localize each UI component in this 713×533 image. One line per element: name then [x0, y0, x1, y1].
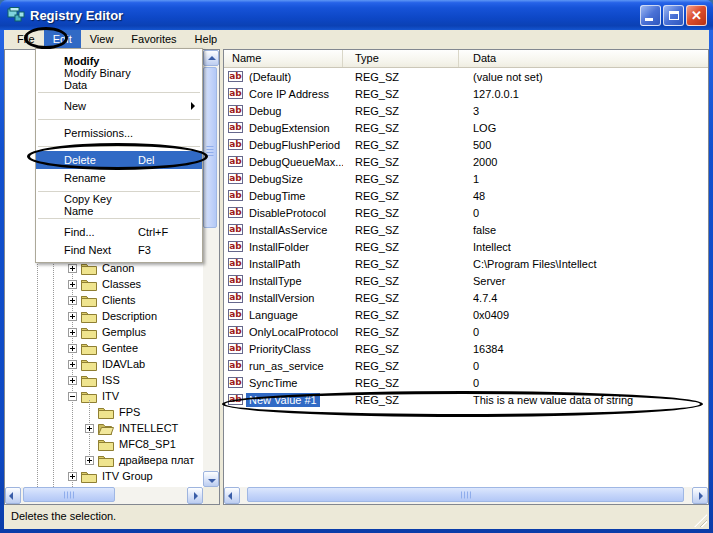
registry-value-row[interactable]: ab InstallType REG_SZ Server	[224, 272, 708, 289]
registry-value-row[interactable]: ab PriorityClass REG_SZ 16384	[224, 340, 708, 357]
minimize-button[interactable]	[640, 5, 661, 26]
tree-expander-icon[interactable]	[68, 312, 77, 321]
tree-expander-icon[interactable]	[68, 360, 77, 369]
reg-sz-string-icon: ab	[228, 241, 243, 252]
menu-item[interactable]: Find... Ctrl+F	[36, 223, 202, 241]
registry-value-row[interactable]: ab InstallVersion REG_SZ 4.7.4	[224, 289, 708, 306]
tree-node[interactable]: Gentee	[5, 340, 203, 356]
menubar-item[interactable]: File	[8, 30, 44, 49]
column-header-type[interactable]: Type	[343, 50, 459, 67]
reg-sz-string-icon: ab	[228, 190, 243, 201]
menubar-item[interactable]: Favorites	[122, 30, 185, 49]
menu-item[interactable]: New	[36, 97, 202, 115]
tree-expander-icon[interactable]	[68, 344, 77, 353]
tree-node[interactable]: ITV Group	[5, 468, 203, 484]
scroll-left-button[interactable]	[5, 487, 21, 504]
tree-expander-icon[interactable]	[68, 264, 77, 273]
registry-value-row[interactable]: ab DebugSize REG_SZ 1	[224, 170, 708, 187]
tree-node[interactable]: INTELLECT	[5, 420, 203, 436]
registry-value-row[interactable]: ab DebugFlushPeriod REG_SZ 500	[224, 136, 708, 153]
column-header-name[interactable]: Name	[224, 50, 343, 67]
tree-node[interactable]: драйвера плат	[5, 452, 203, 468]
menubar-item[interactable]: Edit	[44, 30, 81, 49]
folder-icon	[81, 342, 97, 355]
folder-icon	[98, 406, 114, 419]
registry-value-row[interactable]: ab InstallPath REG_SZ C:\Program Files\I…	[224, 255, 708, 272]
scroll-left-button[interactable]	[224, 487, 240, 504]
folder-icon	[81, 326, 97, 339]
tree-expander-icon[interactable]	[85, 456, 94, 465]
menu-item[interactable]: Rename	[36, 169, 202, 187]
menu-item[interactable]	[38, 119, 200, 120]
tree-expander-icon[interactable]	[68, 376, 77, 385]
tree-node[interactable]: MFC8_SP1	[5, 436, 203, 452]
tree-expander-icon[interactable]	[68, 280, 77, 289]
tree-node[interactable]: Clients	[5, 292, 203, 308]
close-icon: ✕	[687, 8, 706, 23]
resize-grip-icon[interactable]	[694, 514, 707, 527]
menu-item[interactable]: Modify Binary Data	[36, 70, 202, 88]
tree-node[interactable]: Gemplus	[5, 324, 203, 340]
tree-vertical-scrollbar[interactable]	[203, 50, 219, 487]
reg-sz-string-icon: ab	[228, 173, 243, 184]
scroll-right-button[interactable]	[692, 487, 708, 504]
registry-value-row[interactable]: ab SyncTime REG_SZ 0	[224, 374, 708, 391]
registry-value-row[interactable]: ab DebugTime REG_SZ 48	[224, 187, 708, 204]
registry-value-row[interactable]: ab New Value #1 REG_SZ This is a new val…	[224, 391, 708, 408]
maximize-button[interactable]	[663, 5, 684, 26]
titlebar[interactable]: Registry Editor ✕	[0, 0, 713, 30]
menu-item[interactable]: Delete Del	[36, 151, 202, 169]
registry-value-row[interactable]: ab InstallFolder REG_SZ Intellect	[224, 238, 708, 255]
registry-value-row[interactable]: ab Debug REG_SZ 3	[224, 102, 708, 119]
tree-node[interactable]: IDAVLab	[5, 356, 203, 372]
scrollbar-thumb[interactable]	[247, 487, 684, 502]
scrollbar-track[interactable]	[203, 66, 219, 471]
registry-value-row[interactable]: ab DebugQueueMax... REG_SZ 2000	[224, 153, 708, 170]
menu-item[interactable]: Find Next F3	[36, 241, 202, 259]
registry-value-row[interactable]: ab Language REG_SZ 0x0409	[224, 306, 708, 323]
folder-icon	[81, 262, 97, 275]
tree-node[interactable]: ISS	[5, 372, 203, 388]
scroll-right-button[interactable]	[187, 487, 203, 504]
tree-expander-icon[interactable]	[68, 328, 77, 337]
menu-item[interactable]: Copy Key Name	[36, 196, 202, 214]
scrollbar-track[interactable]	[240, 487, 692, 504]
scroll-down-button[interactable]	[203, 471, 219, 487]
scrollbar-thumb[interactable]	[203, 67, 217, 228]
registry-value-row[interactable]: ab DebugExtension REG_SZ LOG	[224, 119, 708, 136]
tree-expander-icon[interactable]	[68, 296, 77, 305]
tree-expander-icon[interactable]	[68, 392, 77, 401]
menubar-item[interactable]: View	[81, 30, 123, 49]
arrow-up-icon	[208, 56, 216, 60]
tree-node[interactable]: FPS	[5, 404, 203, 420]
scrollbar-thumb[interactable]	[23, 487, 115, 502]
tree-node[interactable]: ITV	[5, 388, 203, 404]
reg-sz-string-icon: ab	[228, 105, 243, 116]
folder-icon	[98, 454, 114, 467]
registry-value-row[interactable]: ab OnlyLocalProtocol REG_SZ 0	[224, 323, 708, 340]
menu-item[interactable]: Permissions...	[36, 124, 202, 142]
menu-item[interactable]	[38, 191, 200, 192]
folder-icon	[98, 422, 114, 435]
registry-value-row[interactable]: ab run_as_service REG_SZ 0	[224, 357, 708, 374]
menu-item[interactable]	[38, 146, 200, 147]
tree-expander-icon[interactable]	[85, 424, 94, 433]
menubar-item[interactable]: Help	[186, 30, 227, 49]
tree-node[interactable]: Description	[5, 308, 203, 324]
tree-horizontal-scrollbar[interactable]	[5, 487, 203, 504]
menu-item[interactable]	[38, 92, 200, 93]
registry-value-row[interactable]: ab Core IP Address REG_SZ 127.0.0.1	[224, 85, 708, 102]
close-button[interactable]: ✕	[686, 5, 707, 26]
registry-value-row[interactable]: ab InstallAsService REG_SZ false	[224, 221, 708, 238]
arrow-down-icon	[208, 479, 216, 483]
column-header-data[interactable]: Data	[459, 50, 708, 67]
registry-value-row[interactable]: ab DisableProtocol REG_SZ 0	[224, 204, 708, 221]
tree-expander-icon[interactable]	[68, 472, 77, 481]
list-horizontal-scrollbar[interactable]	[224, 487, 708, 504]
scrollbar-track[interactable]	[21, 487, 187, 504]
tree-node[interactable]: Classes	[5, 276, 203, 292]
registry-value-row[interactable]: ab (Default) REG_SZ (value not set)	[224, 68, 708, 85]
registry-editor-window: Registry Editor ✕ File Edit View	[0, 0, 713, 533]
menu-item[interactable]	[38, 218, 200, 219]
scroll-up-button[interactable]	[203, 50, 219, 66]
